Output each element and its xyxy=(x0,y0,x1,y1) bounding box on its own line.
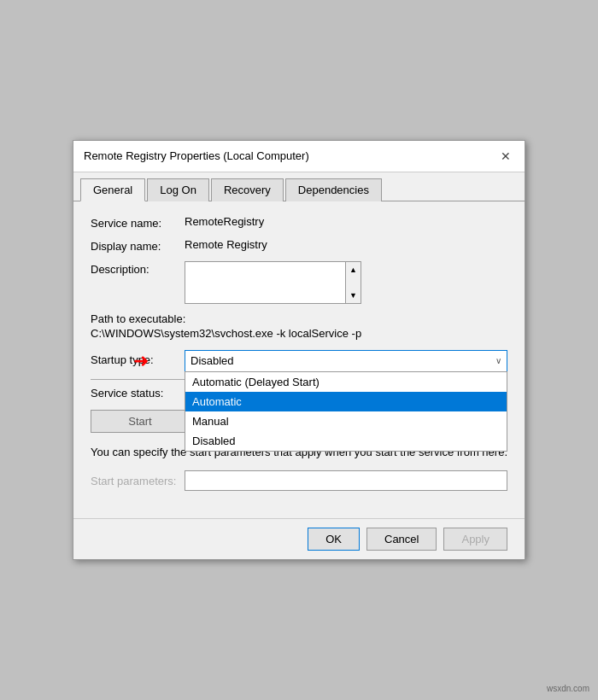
path-value: C:\WINDOWS\system32\svchost.exe -k local… xyxy=(91,327,507,340)
option-manual[interactable]: Manual xyxy=(185,411,507,431)
service-status-label: Service status: xyxy=(91,387,185,400)
apply-button[interactable]: Apply xyxy=(443,528,507,551)
description-row: Description: ▲ ▼ xyxy=(91,261,507,304)
params-label: Start parameters: xyxy=(91,475,185,487)
dialog-window: Remote Registry Properties (Local Comput… xyxy=(73,140,525,560)
option-automatic[interactable]: Automatic xyxy=(185,392,507,411)
description-label: Description: xyxy=(91,261,185,276)
description-box: ▲ ▼ xyxy=(185,261,361,304)
window-title: Remote Registry Properties (Local Comput… xyxy=(84,149,309,162)
bottom-buttons: OK Cancel Apply xyxy=(73,518,525,559)
startup-selected-value: Disabled xyxy=(191,354,234,367)
scroll-down-btn[interactable]: ▼ xyxy=(346,288,361,303)
path-section: Path to executable: C:\WINDOWS\system32\… xyxy=(91,312,507,340)
tab-bar: General Log On Recovery Dependencies xyxy=(73,172,525,201)
ok-button[interactable]: OK xyxy=(308,528,360,551)
startup-dropdown[interactable]: Disabled ∨ xyxy=(185,350,507,372)
tab-recovery[interactable]: Recovery xyxy=(211,178,284,201)
path-label: Path to executable: xyxy=(91,312,507,325)
tab-logon[interactable]: Log On xyxy=(147,178,209,201)
tab-content: Service name: RemoteRegistry Display nam… xyxy=(73,201,525,518)
description-textarea[interactable] xyxy=(185,261,346,304)
option-disabled[interactable]: Disabled xyxy=(185,431,507,451)
description-scrollbar[interactable]: ▲ ▼ xyxy=(346,261,361,304)
arrow-indicator: ➜ xyxy=(133,350,149,372)
tab-dependencies[interactable]: Dependencies xyxy=(285,178,382,201)
display-name-value: Remote Registry xyxy=(185,238,507,251)
startup-row: Startup type: Disabled ∨ Automatic (Dela… xyxy=(91,350,507,372)
display-name-label: Display name: xyxy=(91,238,185,253)
tab-general[interactable]: General xyxy=(80,178,145,201)
close-button[interactable]: ✕ xyxy=(497,148,514,165)
title-bar: Remote Registry Properties (Local Comput… xyxy=(73,141,525,172)
startup-dropdown-container: Disabled ∨ Automatic (Delayed Start) Aut… xyxy=(185,350,507,372)
params-input[interactable] xyxy=(185,470,507,491)
service-name-row: Service name: RemoteRegistry xyxy=(91,215,507,230)
display-name-row: Display name: Remote Registry xyxy=(91,238,507,253)
service-name-label: Service name: xyxy=(91,215,185,230)
cancel-button[interactable]: Cancel xyxy=(366,528,437,551)
option-automatic-delayed[interactable]: Automatic (Delayed Start) xyxy=(185,372,507,392)
scroll-up-btn[interactable]: ▲ xyxy=(346,262,361,277)
service-name-value: RemoteRegistry xyxy=(185,215,507,228)
params-row: Start parameters: xyxy=(91,470,507,491)
startup-dropdown-list: Automatic (Delayed Start) Automatic Manu… xyxy=(185,371,507,452)
chevron-down-icon: ∨ xyxy=(495,356,501,365)
watermark: wsxdn.com xyxy=(547,684,589,693)
start-button[interactable]: Start xyxy=(91,410,190,433)
